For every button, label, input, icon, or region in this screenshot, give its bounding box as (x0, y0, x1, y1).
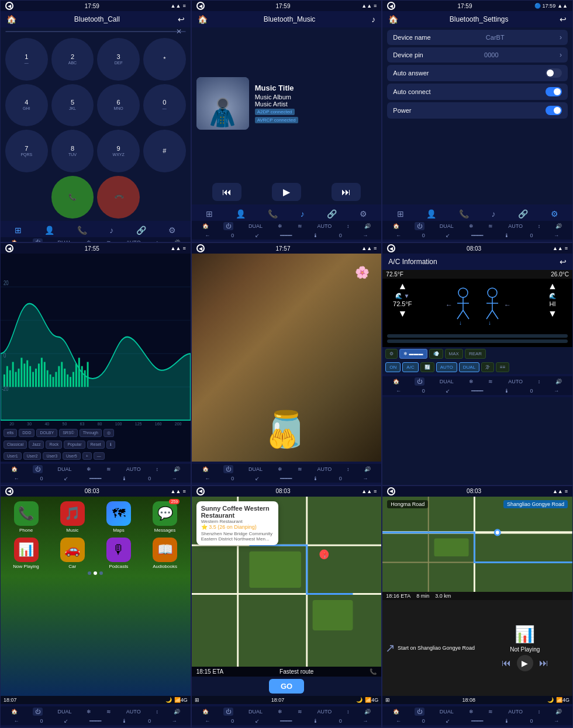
ac-cold-btn[interactable]: ❄ ▬▬▬ (399, 349, 427, 359)
nav-link-icon-2[interactable]: 🔗 (325, 208, 339, 220)
key-5[interactable]: 5JKL (51, 84, 94, 127)
power-btn-4[interactable]: ⏻ (33, 465, 43, 473)
key-star[interactable]: * (143, 38, 186, 81)
nav-phone-icon[interactable]: 📞 (75, 224, 89, 236)
play-button[interactable]: ▶ (517, 655, 533, 671)
app-audiobooks[interactable]: 📖 Audiobooks (144, 538, 185, 569)
key-0[interactable]: 0— (143, 84, 186, 127)
ac-back-icon[interactable]: ↩ (560, 257, 567, 266)
ac-auto-btn[interactable]: AUTO (436, 362, 457, 372)
eq-btn-through[interactable]: Through (80, 429, 102, 437)
eq-rock[interactable]: Rock (46, 441, 62, 449)
device-pin-row[interactable]: Device pin 0000 › (387, 47, 568, 63)
ac-fan-btn[interactable]: 💨 (429, 349, 443, 359)
nav-settings-icon-2[interactable]: ⚙ (357, 208, 370, 220)
eq-add[interactable]: + (82, 452, 92, 460)
back-button-5[interactable]: ◀ (196, 244, 205, 252)
power-btn-5[interactable]: ⏻ (223, 465, 233, 473)
nav-phone-icon-3[interactable]: 📞 (457, 208, 471, 220)
nav-grid-icon-3[interactable]: ⊞ (395, 208, 406, 220)
app-music[interactable]: 🎵 Music (51, 501, 93, 533)
eq-user5[interactable]: User5 (63, 452, 81, 460)
eq-user3[interactable]: User3 (43, 452, 61, 460)
ac-dual-btn[interactable]: DUAL (459, 362, 479, 372)
home-icon-3[interactable]: 🏠 (388, 15, 398, 24)
app-now-playing[interactable]: 📊 Now Playing (5, 538, 47, 569)
ac-max-btn[interactable]: MAX (445, 349, 463, 359)
ac-up-left[interactable]: ▲ (398, 281, 407, 292)
key-9[interactable]: 9WXYZ (97, 130, 140, 172)
play-pause-button[interactable]: ▶ (272, 183, 301, 201)
ac-up-right[interactable]: ▲ (548, 281, 557, 292)
back-button-7[interactable]: ◀ (5, 487, 13, 495)
nav-link-icon[interactable]: 🔗 (134, 224, 149, 236)
nav-user-icon[interactable]: 👤 (42, 224, 57, 236)
back-button-3[interactable]: ◀ (387, 2, 395, 10)
ac-gear-btn[interactable]: ⚙ (385, 349, 398, 359)
fast-forward-button[interactable]: ⏭ (539, 658, 548, 668)
clear-btn[interactable]: ✕ (176, 27, 182, 36)
nav-settings-icon[interactable]: ⚙ (166, 224, 178, 236)
back-icon-1[interactable]: ↩ (178, 15, 185, 24)
eq-classical[interactable]: Classical (4, 441, 27, 449)
nav-link-icon-3[interactable]: 🔗 (516, 208, 530, 220)
dot-1[interactable] (88, 571, 91, 575)
ac-defrost-btn[interactable]: 🌫 (481, 362, 494, 372)
eq-detail[interactable]: ℹ (106, 441, 115, 449)
power-btn-6[interactable]: ⏻ (415, 377, 424, 386)
rewind-button[interactable]: ⏮ (502, 658, 511, 668)
app-phone[interactable]: 📞 Phone (5, 501, 47, 533)
video-panel[interactable]: 🫙 🤲 🌸 (192, 254, 382, 461)
key-3[interactable]: 3DEF (97, 38, 140, 81)
back-button-4[interactable]: ◀ (5, 244, 13, 252)
ac-down-left[interactable]: ▼ (398, 308, 407, 319)
note-icon-2[interactable]: ♪ (371, 15, 375, 24)
back-icon-3[interactable]: ↩ (560, 15, 567, 24)
power-btn-1[interactable]: ⏻ (33, 238, 43, 243)
nav-grid-icon-2[interactable]: ⊞ (203, 208, 215, 220)
next-button[interactable]: ⏭ (332, 183, 361, 201)
eq-btn-info[interactable]: ◎ (103, 429, 114, 437)
nav-user-icon-3[interactable]: 👤 (424, 208, 439, 220)
nav-music-icon-2[interactable]: ♪ (298, 208, 307, 220)
app-messages[interactable]: 💬 259 Messages (144, 501, 185, 533)
app-maps[interactable]: 🗺 Maps (98, 501, 139, 533)
eq-btn-ddd[interactable]: DDD (19, 429, 34, 437)
home-btn-2[interactable]: 🏠 (202, 223, 209, 229)
back-button-6[interactable]: ◀ (387, 244, 395, 252)
eq-user2[interactable]: User2 (23, 452, 42, 460)
ac-ac-btn[interactable]: A/C (402, 362, 418, 372)
prev-button[interactable]: ⏮ (212, 183, 241, 201)
dial-input[interactable]: ✕ (5, 31, 186, 32)
nav-map[interactable]: 📍 Sunny Coffee Western Restaurant Wester… (192, 497, 382, 667)
dot-3[interactable] (99, 571, 103, 575)
eq-popular[interactable]: Popular (64, 441, 85, 449)
phone-icon-nav[interactable]: 📞 (370, 668, 377, 675)
key-8[interactable]: 8TUV (51, 130, 94, 172)
hangup-button[interactable]: 📞 (97, 176, 140, 219)
auto-answer-toggle[interactable] (546, 68, 562, 78)
nav-carplay-grid-icon[interactable]: ⊞ (385, 697, 390, 703)
eq-btn-dolby[interactable]: DOLBY (36, 429, 57, 437)
nav-grid-icon[interactable]: ⊞ (12, 224, 24, 236)
power-toggle[interactable] (546, 106, 562, 115)
ac-down-arrow-left[interactable]: ▼ (403, 293, 409, 299)
eq-jazz[interactable]: Jazz (29, 441, 44, 449)
key-2[interactable]: 2ABC (51, 38, 94, 81)
back-button-8[interactable]: ◀ (196, 487, 205, 495)
nav-music-icon[interactable]: ♪ (107, 224, 116, 236)
eq-btn-eits[interactable]: eIts (4, 429, 17, 437)
ac-slider-2[interactable] (387, 339, 568, 343)
key-6[interactable]: 6MNO (97, 84, 140, 127)
app-podcasts[interactable]: 🎙 Podcasts (98, 538, 139, 569)
home-icon-2[interactable]: 🏠 (198, 15, 208, 24)
device-name-row[interactable]: Device name CarBT › (387, 30, 568, 45)
power-btn-2[interactable]: ⏻ (223, 222, 233, 230)
nav-user-icon-2[interactable]: 👤 (233, 208, 248, 220)
back-button-2[interactable]: ◀ (196, 2, 205, 10)
back-button-1[interactable]: ◀ (5, 2, 13, 10)
power-btn-7[interactable]: ⏻ (33, 708, 43, 716)
ac-down-right[interactable]: ▼ (548, 308, 557, 319)
ac-slider-1[interactable] (387, 334, 568, 338)
back-button-9[interactable]: ◀ (387, 487, 395, 495)
